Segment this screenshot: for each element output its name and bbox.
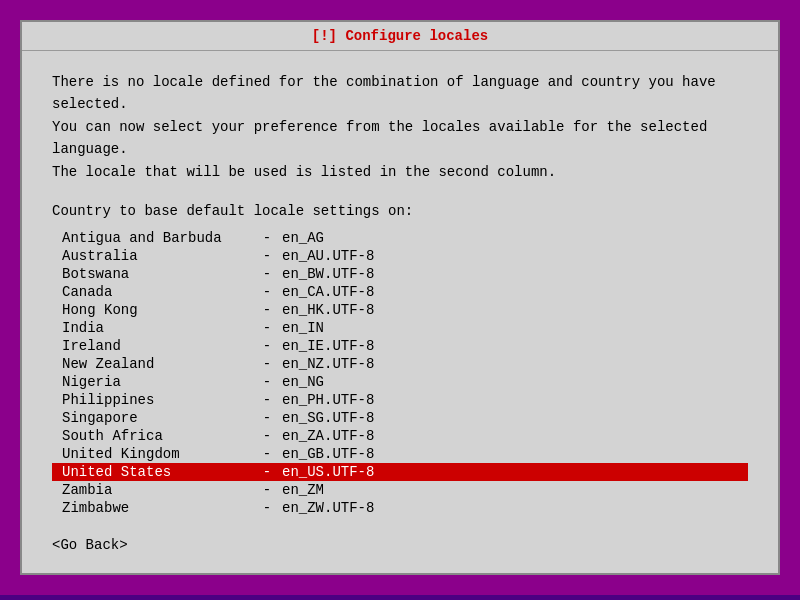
- locale-code: en_ZM: [282, 482, 402, 498]
- locale-item[interactable]: Zambia-en_ZM: [52, 481, 748, 499]
- locale-item[interactable]: Australia-en_AU.UTF-8: [52, 247, 748, 265]
- locale-name: Australia: [52, 248, 252, 264]
- locale-item[interactable]: India-en_IN: [52, 319, 748, 337]
- description-line1: There is no locale defined for the combi…: [52, 71, 748, 116]
- locale-name: Antigua and Barbuda: [52, 230, 252, 246]
- locale-name: Ireland: [52, 338, 252, 354]
- section-label: Country to base default locale settings …: [52, 203, 748, 219]
- locale-code: en_AG: [282, 230, 402, 246]
- locale-dash: -: [252, 500, 282, 516]
- locale-name: Botswana: [52, 266, 252, 282]
- locale-name: Canada: [52, 284, 252, 300]
- locale-code: en_BW.UTF-8: [282, 266, 402, 282]
- description: There is no locale defined for the combi…: [52, 71, 748, 183]
- locale-code: en_ZA.UTF-8: [282, 428, 402, 444]
- locale-dash: -: [252, 482, 282, 498]
- locale-name: United Kingdom: [52, 446, 252, 462]
- locale-list: Antigua and Barbuda-en_AGAustralia-en_AU…: [52, 229, 748, 517]
- locale-name: United States: [52, 464, 252, 480]
- locale-item[interactable]: United Kingdom-en_GB.UTF-8: [52, 445, 748, 463]
- locale-dash: -: [252, 320, 282, 336]
- locale-dash: -: [252, 374, 282, 390]
- locale-code: en_HK.UTF-8: [282, 302, 402, 318]
- title-bar: [!] Configure locales: [22, 22, 778, 51]
- locale-name: New Zealand: [52, 356, 252, 372]
- locale-dash: -: [252, 230, 282, 246]
- locale-dash: -: [252, 338, 282, 354]
- go-back-button[interactable]: <Go Back>: [52, 537, 748, 553]
- description-line2: You can now select your preference from …: [52, 116, 748, 161]
- locale-item[interactable]: Philippines-en_PH.UTF-8: [52, 391, 748, 409]
- locale-dash: -: [252, 248, 282, 264]
- locale-dash: -: [252, 446, 282, 462]
- locale-code: en_US.UTF-8: [282, 464, 402, 480]
- locale-item[interactable]: South Africa-en_ZA.UTF-8: [52, 427, 748, 445]
- dialog-box: [!] Configure locales There is no locale…: [20, 20, 780, 575]
- locale-name: South Africa: [52, 428, 252, 444]
- locale-code: en_NZ.UTF-8: [282, 356, 402, 372]
- locale-dash: -: [252, 356, 282, 372]
- locale-item[interactable]: Nigeria-en_NG: [52, 373, 748, 391]
- locale-dash: -: [252, 410, 282, 426]
- locale-dash: -: [252, 284, 282, 300]
- screen-wrapper: [!] Configure locales There is no locale…: [0, 0, 800, 600]
- locale-code: en_IE.UTF-8: [282, 338, 402, 354]
- main-area: [!] Configure locales There is no locale…: [0, 0, 800, 595]
- locale-name: Zimbabwe: [52, 500, 252, 516]
- locale-code: en_IN: [282, 320, 402, 336]
- locale-code: en_AU.UTF-8: [282, 248, 402, 264]
- locale-item[interactable]: Singapore-en_SG.UTF-8: [52, 409, 748, 427]
- locale-name: Hong Kong: [52, 302, 252, 318]
- locale-item[interactable]: United States-en_US.UTF-8: [52, 463, 748, 481]
- locale-item[interactable]: Canada-en_CA.UTF-8: [52, 283, 748, 301]
- locale-code: en_GB.UTF-8: [282, 446, 402, 462]
- locale-dash: -: [252, 428, 282, 444]
- dialog-title: [!] Configure locales: [312, 28, 488, 44]
- locale-item[interactable]: Zimbabwe-en_ZW.UTF-8: [52, 499, 748, 517]
- locale-item[interactable]: Ireland-en_IE.UTF-8: [52, 337, 748, 355]
- locale-code: en_SG.UTF-8: [282, 410, 402, 426]
- locale-dash: -: [252, 464, 282, 480]
- locale-code: en_CA.UTF-8: [282, 284, 402, 300]
- description-line3: The locale that will be used is listed i…: [52, 161, 748, 183]
- locale-name: Philippines: [52, 392, 252, 408]
- locale-item[interactable]: Hong Kong-en_HK.UTF-8: [52, 301, 748, 319]
- locale-item[interactable]: Botswana-en_BW.UTF-8: [52, 265, 748, 283]
- locale-name: India: [52, 320, 252, 336]
- locale-code: en_ZW.UTF-8: [282, 500, 402, 516]
- status-bar: <F1> for help; <Tab> moves; <Space> sele…: [0, 595, 800, 600]
- locale-name: Nigeria: [52, 374, 252, 390]
- locale-item[interactable]: New Zealand-en_NZ.UTF-8: [52, 355, 748, 373]
- locale-dash: -: [252, 392, 282, 408]
- locale-code: en_PH.UTF-8: [282, 392, 402, 408]
- locale-dash: -: [252, 302, 282, 318]
- locale-dash: -: [252, 266, 282, 282]
- locale-code: en_NG: [282, 374, 402, 390]
- locale-name: Singapore: [52, 410, 252, 426]
- locale-name: Zambia: [52, 482, 252, 498]
- locale-item[interactable]: Antigua and Barbuda-en_AG: [52, 229, 748, 247]
- content-area: There is no locale defined for the combi…: [22, 51, 778, 573]
